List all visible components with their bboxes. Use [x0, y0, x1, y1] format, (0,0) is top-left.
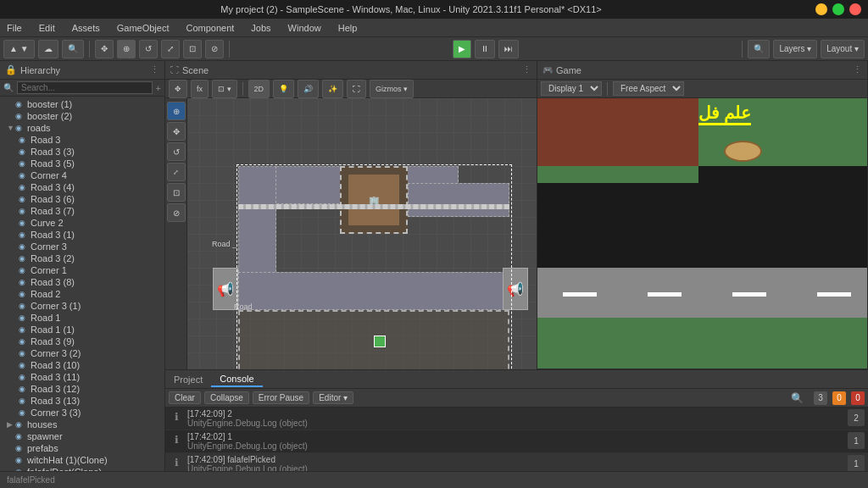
display-select[interactable]: Display 1 [541, 81, 602, 96]
tree-item-road3[interactable]: ◉ Road 3 [0, 134, 164, 146]
scene-tool-rotate[interactable]: ↺ [167, 142, 186, 161]
aspect-select[interactable]: Free Aspect [613, 81, 684, 96]
scene-fx-toggle[interactable]: fx [191, 80, 209, 98]
tree-item-corner3-1[interactable]: ◉ Corner 3 (1) [0, 300, 164, 312]
search-button[interactable]: 🔍 [62, 40, 84, 58]
hierarchy-search-input[interactable] [17, 81, 153, 94]
tree-item-corner3[interactable]: ◉ Corner 3 [0, 241, 164, 252]
play-button[interactable]: ▶ [453, 40, 471, 58]
account-button[interactable]: ▲ ▼ [3, 40, 35, 58]
scene-tool-scale[interactable]: ⤢ [167, 163, 186, 181]
game-header: 🎮 Game ⋮ [537, 61, 867, 80]
log-count-0: 2 [848, 409, 865, 426]
menu-file[interactable]: File [3, 21, 25, 35]
main-area: 🔒 Hierarchy ⋮ 🔍 + ◉ booster (1) [0, 61, 868, 471]
tree-item-road3-12[interactable]: ◉ Road 3 (12) [0, 383, 164, 395]
tree-item-booster2[interactable]: ◉ booster (2) [0, 110, 164, 122]
scene-light-btn[interactable]: 💡 [273, 80, 294, 98]
menu-assets[interactable]: Assets [69, 21, 103, 35]
tree-item-road3-1[interactable]: ◉ Road 3 (1) [0, 229, 164, 241]
scene-fx-btn[interactable]: ✨ [322, 80, 343, 98]
tree-item-booster1[interactable]: ◉ booster (1) [0, 98, 164, 110]
collapse-button[interactable]: Collapse [204, 391, 249, 404]
game-view-canvas[interactable]: علم فل [537, 98, 867, 369]
tree-item-road3-2[interactable]: ◉ Road 3 (2) [0, 252, 164, 264]
menu-help[interactable]: Help [335, 21, 361, 35]
log-entry-1[interactable]: ℹ [17:42:02] 1 UnityEngine.Debug.Log (ob… [165, 430, 868, 453]
close-button[interactable] [849, 3, 861, 15]
cloud-button[interactable]: ☁ [38, 40, 58, 58]
hierarchy-add-icon[interactable]: + [156, 83, 161, 93]
tab-project[interactable]: Project [165, 373, 211, 386]
editor-dropdown[interactable]: Editor ▾ [313, 391, 353, 404]
step-button[interactable]: ⏭ [498, 40, 519, 58]
tree-item-road3-10[interactable]: ◉ Road 3 (10) [0, 359, 164, 371]
clear-button[interactable]: Clear [169, 391, 201, 404]
scene-scene-btn[interactable]: ⛶ [347, 80, 366, 98]
tree-item-houses[interactable]: ▶ ◉ houses [0, 419, 164, 430]
tree-item-road1[interactable]: ◉ Road 1 [0, 312, 164, 324]
menu-edit[interactable]: Edit [36, 21, 58, 35]
tree-item-road3-3[interactable]: ◉ Road 3 (3) [0, 146, 164, 158]
scene-audio-btn[interactable]: 🔊 [298, 80, 319, 98]
scene-menu-icon[interactable]: ⋮ [522, 64, 531, 75]
scene-tool-rect[interactable]: ⊡ [167, 183, 186, 202]
scene-2d-btn[interactable]: 2D [248, 80, 270, 98]
maximize-button[interactable] [832, 3, 844, 15]
scene-tool-move[interactable]: ✥ [167, 122, 186, 141]
scene-road-label-1: Road _ [212, 240, 236, 248]
move-tool[interactable]: ⊕ [117, 40, 136, 58]
menu-window[interactable]: Window [285, 21, 325, 35]
right-panels: 🎮 Game ⋮ Display 1 Free Aspect [537, 61, 867, 369]
tree-item-corner1[interactable]: ◉ Corner 1 [0, 264, 164, 276]
log-time-1: [17:42:02] 1 [187, 432, 848, 441]
tree-item-road1-1[interactable]: ◉ Road 1 (1) [0, 324, 164, 336]
transform-tool[interactable]: ⊘ [205, 40, 224, 58]
scene-tool-custom[interactable]: ⊘ [167, 203, 186, 222]
scene-tool-select[interactable]: ⊕ [167, 102, 186, 120]
tree-item-road3-6[interactable]: ◉ Road 3 (6) [0, 193, 164, 205]
tree-item-road3-11[interactable]: ◉ Road 3 (11) [0, 371, 164, 383]
menu-jobs[interactable]: Jobs [248, 21, 274, 35]
tree-item-road3-9[interactable]: ◉ Road 3 (9) [0, 336, 164, 347]
pause-button[interactable]: ⏸ [475, 40, 495, 58]
scene-hand-tool[interactable]: ✥ [169, 80, 187, 98]
tree-item-corner4[interactable]: ◉ Corner 4 [0, 169, 164, 181]
tree-item-corner3-3[interactable]: ◉ Corner 3 (3) [0, 407, 164, 419]
hand-tool[interactable]: ✥ [95, 40, 114, 58]
log-entry-2[interactable]: ℹ [17:42:09] falafelPicked UnityEngine.D… [165, 453, 868, 471]
toolbar-separator-2 [229, 41, 230, 58]
tree-item-witchhat[interactable]: ◉ witchHat (1)(Clone) [0, 454, 164, 466]
search-console-icon[interactable]: 🔍 [791, 392, 804, 404]
scale-tool[interactable]: ⤢ [161, 40, 180, 58]
layout-dropdown[interactable]: Layout ▾ [821, 40, 865, 58]
tree-item-road3-4[interactable]: ◉ Road 3 (4) [0, 181, 164, 193]
tree-item-road2[interactable]: ◉ Road 2 [0, 288, 164, 300]
log-entry-0[interactable]: ℹ [17:42:09] 2 UnityEngine.Debug.Log (ob… [165, 408, 868, 430]
menu-component[interactable]: Component [182, 21, 237, 35]
tab-console[interactable]: Console [211, 372, 262, 387]
tree-item-curve2[interactable]: ◉ Curve 2 [0, 217, 164, 229]
search-icon-btn[interactable]: 🔍 [748, 40, 770, 58]
hierarchy-menu-icon[interactable]: ⋮ [150, 64, 159, 75]
minimize-button[interactable] [815, 3, 827, 15]
menu-gameobject[interactable]: GameObject [114, 21, 173, 35]
tree-item-road3-13[interactable]: ◉ Road 3 (13) [0, 395, 164, 407]
tree-item-road3-8[interactable]: ◉ Road 3 (8) [0, 276, 164, 288]
rotate-tool[interactable]: ↺ [139, 40, 158, 58]
tree-item-prefabs[interactable]: ◉ prefabs [0, 442, 164, 454]
error-pause-button[interactable]: Error Pause [253, 391, 309, 404]
scene-gizmos-toggle[interactable]: Gizmos ▾ [370, 80, 414, 98]
tree-item-road3-5[interactable]: ◉ Road 3 (5) [0, 158, 164, 169]
tree-item-roads[interactable]: ▼ ◉ roads [0, 122, 164, 134]
gv-road-bottom-line-3 [732, 292, 766, 297]
tree-item-spawner[interactable]: ◉ spawner [0, 430, 164, 442]
scene-gizmos-btn[interactable]: ⊡ ▾ [212, 80, 237, 98]
layers-dropdown[interactable]: Layers ▾ [773, 40, 817, 58]
tree-item-road3-7[interactable]: ◉ Road 3 (7) [0, 205, 164, 217]
tree-item-corner3-2[interactable]: ◉ Corner 3 (2) [0, 347, 164, 359]
gv-arabic-sign: علم فل [698, 103, 751, 125]
rect-tool[interactable]: ⊡ [183, 40, 202, 58]
scene-view-canvas[interactable]: ⊕ ✥ ↺ ⤢ ⊡ ⊘ [165, 98, 537, 369]
game-menu-icon[interactable]: ⋮ [853, 64, 862, 75]
